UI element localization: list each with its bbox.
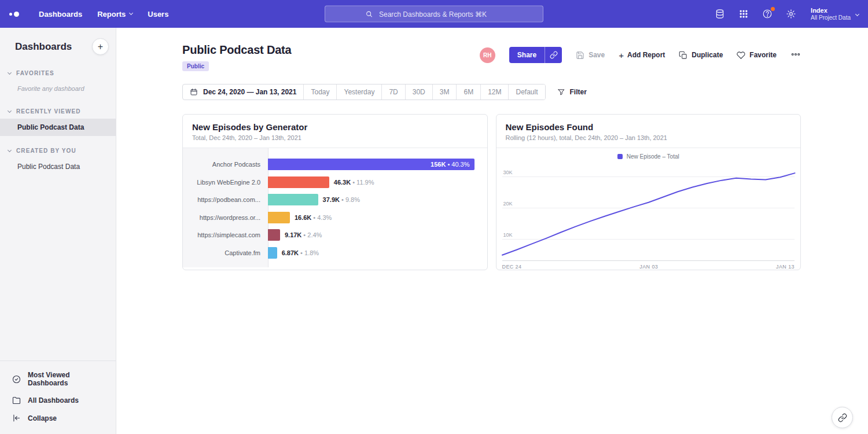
date-preset-12m[interactable]: 12M — [480, 84, 508, 100]
sidebar-footer-collapse[interactable]: Collapse — [0, 409, 116, 427]
bar-card-header: New Episodes by Generator Total, Dec 24t… — [183, 115, 487, 148]
sidebar-footer-all-dashboards[interactable]: All Dashboards — [0, 391, 116, 409]
share-button[interactable]: Share — [509, 47, 545, 63]
bar-pct-label: • 4.3% — [311, 214, 332, 221]
bar-chart-card: New Episodes by Generator Total, Dec 24t… — [182, 114, 488, 270]
content-row: Dashboards + FAVORITESFavorite any dashb… — [0, 28, 868, 434]
chevron-down-icon — [8, 148, 12, 152]
date-preset-default[interactable]: Default — [508, 84, 545, 100]
bar-segment[interactable] — [268, 247, 277, 259]
collapse-icon — [12, 413, 21, 423]
date-preset-7d[interactable]: 7D — [381, 84, 404, 100]
line-series — [502, 165, 795, 260]
project-text: Index All Project Data — [811, 7, 851, 21]
bar-track: 16.6K • 4.3% — [268, 212, 487, 223]
sidebar-item-public-podcast-data[interactable]: Public Podcast Data — [0, 158, 116, 175]
notification-dot — [771, 7, 775, 11]
save-icon — [576, 51, 584, 60]
filter-button[interactable]: Filter — [557, 88, 587, 96]
plus-icon: + — [619, 50, 624, 60]
copy-icon — [679, 51, 687, 60]
legend-label: New Episode – Total — [627, 153, 679, 160]
search-icon — [365, 10, 373, 18]
bar-segment[interactable]: 156K • 40.3% — [268, 159, 475, 170]
date-preset-yesterday[interactable]: Yesterday — [336, 84, 381, 100]
main-content: Public Podcast Data Public RH Share Save — [116, 28, 868, 434]
nav-item-dashboards[interactable]: Dashboards — [39, 10, 82, 19]
bar-row-https-podbean-com: https://podbean.com...37.9K • 9.8% — [183, 191, 487, 209]
share-link-fab[interactable] — [832, 407, 853, 428]
sidebar-sections: FAVORITESFavorite any dashboardRECENTLY … — [0, 65, 116, 175]
bar-segment[interactable] — [268, 212, 290, 223]
top-navbar: DashboardsReportsUsers Index — [0, 0, 868, 28]
bar-segment[interactable] — [268, 229, 280, 241]
apps-grid-icon[interactable] — [737, 8, 750, 20]
page-title-block: Public Podcast Data Public — [182, 43, 291, 71]
global-search[interactable] — [325, 6, 543, 23]
avatar[interactable]: RH — [480, 47, 495, 63]
date-preset-6m[interactable]: 6M — [456, 84, 480, 100]
line-card-header: New Episodes Found Rolling (12 hours), t… — [496, 115, 801, 148]
help-icon[interactable] — [761, 8, 774, 20]
sidebar-item-favorite-any-dashboard: Favorite any dashboard — [0, 80, 116, 97]
section-label: FAVORITES — [16, 70, 54, 76]
visibility-badge: Public — [182, 61, 209, 71]
bar-segment[interactable] — [268, 194, 318, 205]
line-chart-subtitle: Rolling (12 hours), total, Dec 24th, 202… — [506, 134, 792, 141]
sidebar-item-public-podcast-data[interactable]: Public Podcast Data — [0, 119, 116, 136]
duplicate-label: Duplicate — [692, 51, 723, 59]
nav-item-reports[interactable]: Reports — [97, 10, 133, 19]
bar-track: 46.3K • 11.9% — [268, 176, 487, 188]
sidebar-footer: Most Viewed DashboardsAll DashboardsColl… — [0, 361, 116, 434]
bar-category-label: https://simplecast.com — [183, 231, 268, 238]
more-options-button[interactable] — [790, 49, 801, 61]
settings-gear-icon[interactable] — [785, 8, 797, 20]
add-dashboard-button[interactable]: + — [92, 38, 109, 55]
x-axis-labels: DEC 24JAN 03JAN 13 — [501, 261, 796, 270]
bar-value-label: 46.3K • 11.9% — [334, 179, 374, 186]
bar-track: 9.17K • 2.4% — [268, 229, 487, 241]
date-preset-3m[interactable]: 3M — [432, 84, 457, 100]
duplicate-button[interactable]: Duplicate — [679, 51, 723, 60]
bar-value-label: 16.6K • 4.3% — [295, 214, 332, 221]
save-button[interactable]: Save — [576, 51, 605, 60]
navbar-right: Index All Project Data — [713, 7, 859, 21]
share-split-button: Share — [509, 47, 562, 63]
sidebar-section-created-by-you[interactable]: CREATED BY YOU — [0, 143, 116, 158]
date-range-label: Dec 24, 2020 — Jan 13, 2021 — [203, 88, 296, 96]
sidebar-section-favorites[interactable]: FAVORITES — [0, 65, 116, 80]
chevron-down-icon — [855, 12, 859, 16]
favorite-label: Favorite — [749, 51, 777, 59]
bar-row-anchor-podcasts: Anchor Podcasts156K • 40.3% — [183, 156, 487, 174]
page-title: Public Podcast Data — [182, 43, 291, 57]
data-sources-icon[interactable] — [713, 8, 726, 20]
add-report-button[interactable]: + Add Report — [619, 50, 665, 60]
app-logo[interactable] — [9, 12, 19, 17]
search-input[interactable] — [378, 9, 503, 19]
bar-row-libsyn-webengine-2-0: Libsyn WebEngine 2.046.3K • 11.9% — [183, 174, 487, 192]
bar-chart: Anchor Podcasts156K • 40.3%Libsyn WebEng… — [183, 148, 487, 267]
bar-category-label: Captivate.fm — [183, 249, 268, 256]
footer-item-label: Collapse — [28, 414, 57, 422]
bar-value-label: 6.87K • 1.8% — [282, 249, 319, 256]
date-preset-today[interactable]: Today — [303, 84, 336, 100]
favorite-button[interactable]: Favorite — [737, 51, 777, 60]
bar-segment[interactable] — [268, 176, 329, 188]
bar-row-https-simplecast-com: https://simplecast.com9.17K • 2.4% — [183, 226, 487, 244]
bar-value-label: 9.17K • 2.4% — [285, 231, 322, 238]
chevron-down-icon — [8, 108, 12, 112]
sidebar-section-recently-viewed[interactable]: RECENTLY VIEWED — [0, 104, 116, 119]
bar-category-label: https://podbean.com... — [183, 196, 268, 203]
date-range-picker[interactable]: Dec 24, 2020 — Jan 13, 2021 — [183, 84, 303, 100]
footer-item-label: All Dashboards — [28, 396, 79, 404]
share-link-button[interactable] — [545, 47, 562, 63]
bar-track: 156K • 40.3% — [268, 159, 487, 170]
date-preset-30d[interactable]: 30D — [405, 84, 432, 100]
nav-item-users[interactable]: Users — [148, 10, 168, 19]
sidebar-footer-most-viewed-dashboards[interactable]: Most Viewed Dashboards — [0, 367, 116, 391]
bar-pct-label: • 9.8% — [340, 196, 360, 203]
logo-dot-small — [9, 13, 12, 16]
x-tick-label: DEC 24 — [502, 264, 522, 270]
cards-row: New Episodes by Generator Total, Dec 24t… — [182, 114, 801, 270]
project-switcher[interactable]: Index All Project Data — [811, 7, 859, 21]
